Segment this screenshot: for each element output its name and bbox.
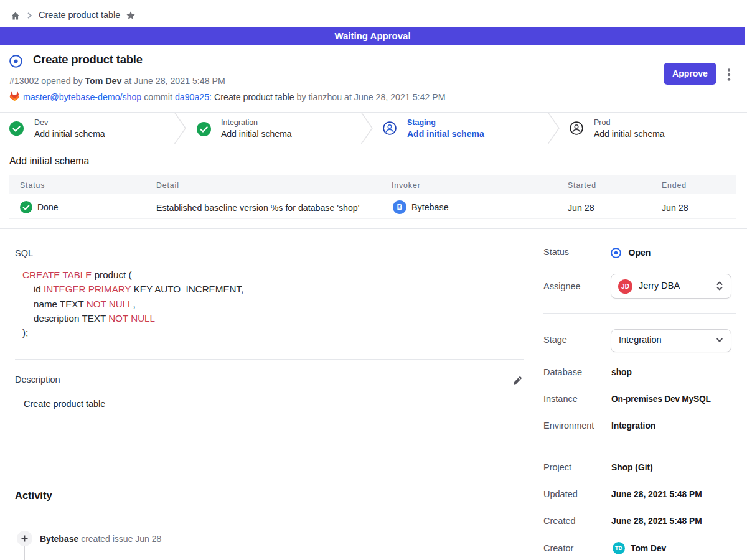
svg-text:B: B <box>397 203 402 212</box>
